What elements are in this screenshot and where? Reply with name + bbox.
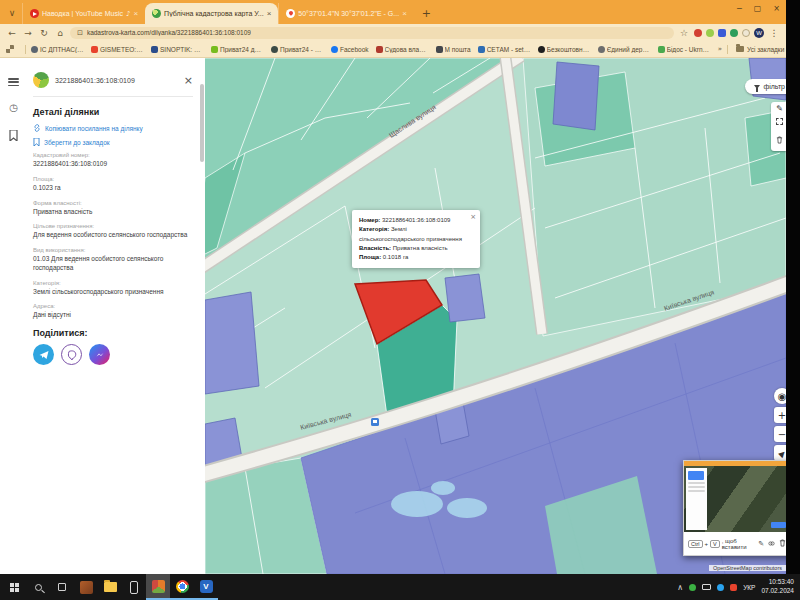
network-tray-icon[interactable] [717, 584, 724, 591]
parcel-details-sidebar: 3221886401:36:108:0109 × Деталі ділянки … [27, 58, 205, 574]
all-bookmarks-button[interactable]: Усі закладки [722, 45, 784, 54]
locate-button[interactable]: ▶ [774, 445, 786, 461]
bookmark-item[interactable]: Facebook [331, 46, 369, 53]
site-info-icon[interactable]: ⊡ [77, 29, 83, 37]
map-attribution[interactable]: OpenStreetMap contributors [709, 565, 786, 571]
extension-icon-light[interactable] [742, 29, 750, 37]
bookmark-item[interactable]: Єдиний державн... [598, 46, 651, 53]
delete-drawing-icon[interactable] [776, 130, 783, 148]
extension-icon-translate[interactable] [718, 29, 726, 37]
messenger-icon[interactable] [89, 344, 110, 365]
sidebar-title: Деталі ділянки [33, 107, 193, 117]
blue-parcel[interactable] [553, 62, 599, 130]
telegram-icon[interactable] [33, 344, 54, 365]
tab-youtube-music[interactable]: Наводка | YouTube Music ♪ × [22, 3, 145, 24]
tab-cadastral-map[interactable]: Публічна кадастрова карта У... × [145, 3, 278, 24]
zoom-out-button[interactable]: − [774, 426, 786, 442]
blue-parcel[interactable] [445, 274, 485, 322]
taskbar-app-active[interactable] [146, 574, 170, 600]
bookmark-icon [33, 138, 40, 146]
bookmark-item[interactable]: СЕТАМ - setam.net... [478, 46, 531, 53]
language-indicator[interactable]: УКР [743, 584, 755, 591]
extension-icon-green[interactable] [706, 29, 714, 37]
task-view-button[interactable] [50, 574, 74, 600]
url-text: kadastrova-karta.com/dilyanka/3221886401… [87, 29, 251, 36]
start-button[interactable] [2, 574, 26, 600]
screenshot-preview-toast[interactable]: Ctrl + V , щоб вставити ✎ [683, 460, 786, 556]
display-tray-icon[interactable] [702, 584, 711, 590]
tab-close-icon[interactable]: × [402, 9, 407, 18]
extension-icon-red[interactable] [694, 29, 702, 37]
tab-close-icon[interactable]: × [133, 9, 138, 18]
browser-menu-icon[interactable]: ⋮ [768, 28, 780, 38]
history-icon[interactable]: ◷ [9, 103, 18, 113]
bookmark-item[interactable]: ІС ДПТНАС(12) [31, 46, 84, 53]
address-bar[interactable]: ⊡ kadastrova-karta.com/dilyanka/32218864… [70, 27, 674, 39]
edit-icon[interactable]: ✎ [758, 540, 764, 548]
taskbar-viber[interactable]: V [194, 574, 218, 600]
popup-close-icon[interactable]: × [470, 212, 476, 223]
menu-hamburger-icon[interactable] [8, 78, 19, 86]
privat24-alt-icon [271, 46, 278, 53]
bookmark-item[interactable]: Бідос - Ukrnames7... [658, 46, 711, 53]
bookmark-item[interactable]: Приват24 - Ваш он... [271, 46, 324, 53]
layers-button[interactable]: ◉ [774, 388, 786, 404]
sidebar-scrollbar[interactable] [200, 84, 204, 162]
measure-area-icon[interactable] [776, 118, 783, 125]
tab-google-maps[interactable]: 50°37'01.4"N 30°37'01.2"E - G... × [278, 3, 413, 24]
taskbar-search-button[interactable] [26, 574, 50, 600]
filter-button[interactable]: фільтр [745, 79, 786, 94]
parcel-info-popup: × Номер: 3221886401:36:108:0109 Категорі… [352, 210, 480, 268]
field-cadastral-number: Кадастровий номер: 3221886401:36:108:010… [33, 152, 193, 169]
taskbar-file-explorer[interactable] [98, 574, 122, 600]
tray-expand-icon[interactable]: ∧ [677, 583, 683, 592]
window-controls: ─ ▢ × [737, 4, 780, 13]
viber-icon[interactable] [61, 344, 82, 365]
bus-stop-icon[interactable] [371, 418, 379, 426]
apps-grid-icon[interactable] [6, 45, 14, 53]
popup-row-area: Площа: 0.1018 га [359, 253, 473, 262]
tab-search-icon[interactable]: ∨ [4, 5, 20, 21]
tab-title: 50°37'01.4"N 30°37'01.2"E - G... [298, 10, 399, 17]
bookmark-item[interactable]: Безкоштовний он... [538, 46, 591, 53]
copy-link-action[interactable]: Копіювати посилання на ділянку [33, 124, 193, 132]
reload-button[interactable]: ↻ [38, 28, 50, 38]
app-tray-icon[interactable] [730, 584, 737, 591]
toast-actions: ✎ [758, 539, 786, 548]
cadastral-site-icon [152, 9, 161, 18]
back-button[interactable]: ← [6, 28, 18, 38]
bookmark-item[interactable]: GISMETEO: Погода... [91, 46, 144, 53]
trash-icon[interactable] [779, 539, 786, 548]
antivirus-tray-icon[interactable] [689, 584, 696, 591]
bookmark-item[interactable]: Приват24 для бізне... [211, 46, 264, 53]
cadastral-map[interactable]: Щаслива вулиця Київська вулиця Київська … [205, 58, 786, 574]
copy-link-icon[interactable] [768, 540, 775, 548]
forward-button[interactable]: → [22, 28, 34, 38]
blue-parcel[interactable] [205, 292, 259, 394]
maximize-button[interactable]: ▢ [754, 4, 762, 13]
taskbar-clock[interactable]: 10:53:40 07.02.2024 [761, 578, 794, 596]
screenshot-blue-block [688, 471, 704, 480]
extension-icon-gdrive[interactable] [730, 29, 738, 37]
sidebar-header: 3221886401:36:108:0109 × [33, 72, 193, 97]
bookmark-item[interactable]: Судова влада Украї... [376, 46, 429, 53]
profile-avatar[interactable]: W [754, 28, 764, 38]
bookmark-item[interactable]: SINOPTIK: Погода в... [151, 46, 204, 53]
save-bookmark-action[interactable]: Зберегти до закладок [33, 138, 193, 146]
taskbar-app-photos[interactable] [74, 574, 98, 600]
draw-pencil-icon[interactable]: ✎ [776, 105, 783, 113]
minimize-button[interactable]: ─ [737, 4, 742, 13]
close-window-button[interactable]: × [773, 4, 780, 13]
taskbar-your-phone[interactable] [122, 574, 146, 600]
home-button[interactable]: ⌂ [54, 28, 66, 38]
windows-taskbar: V ∧ УКР 10:53:40 07.02.2024 [0, 574, 800, 600]
sidebar-close-icon[interactable]: × [184, 74, 193, 87]
bookmarks-rail-icon[interactable] [9, 130, 18, 143]
taskbar-chrome[interactable] [170, 574, 194, 600]
zoom-in-button[interactable]: + [774, 407, 786, 423]
screenshot-side-panel [686, 468, 707, 530]
tab-close-icon[interactable]: × [267, 9, 272, 18]
new-tab-button[interactable]: + [422, 7, 431, 20]
bookmark-star-icon[interactable]: ☆ [678, 28, 690, 38]
bookmark-item[interactable]: М пошта [436, 46, 471, 53]
